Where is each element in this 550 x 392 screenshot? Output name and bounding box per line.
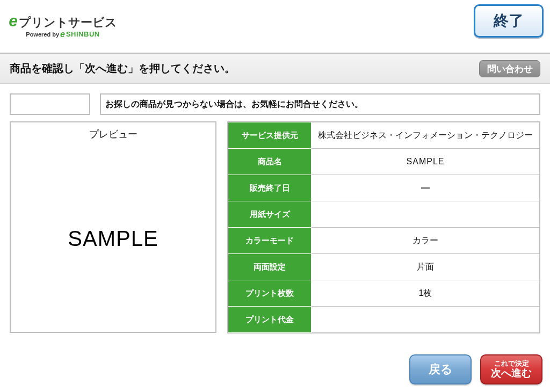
next-button-line1: これで決定	[494, 360, 529, 367]
category-box	[10, 93, 90, 115]
row-service-provider: サービス提供元 株式会社ビジネス・インフォメーション・テクノロジー	[228, 122, 540, 149]
logo-e-icon: e	[9, 12, 18, 30]
details-table: サービス提供元 株式会社ビジネス・インフォメーション・テクノロジー 商品名 SA…	[227, 121, 540, 333]
value-product-name: SAMPLE	[312, 149, 540, 175]
notice-box: お探しの商品が見つからない場合は、お気軽にお問合せください。	[100, 93, 540, 115]
row-print-count: プリント枚数 1枚	[228, 280, 540, 307]
content-area: お探しの商品が見つからない場合は、お気軽にお問合せください。 プレビュー SAM…	[0, 84, 550, 333]
value-print-count: 1枚	[312, 280, 540, 307]
logo-powered-by: Powered by	[26, 31, 59, 38]
value-color-mode: カラー	[312, 228, 540, 254]
preview-body: SAMPLE	[11, 145, 215, 332]
logo-e2-icon: e	[60, 30, 65, 39]
preview-panel: プレビュー SAMPLE	[10, 121, 216, 333]
label-print-count: プリント枚数	[228, 280, 312, 307]
logo-text: プリントサービス	[19, 14, 117, 31]
label-print-price: プリント代金	[228, 307, 312, 333]
instruction-bar: 商品を確認し「次へ進む」を押してください。 問い合わせ	[0, 54, 550, 84]
logo-shinbun: SHINBUN	[66, 30, 100, 38]
value-service-provider: 株式会社ビジネス・インフォメーション・テクノロジー	[312, 122, 540, 149]
value-paper-size	[312, 201, 540, 228]
row-product-name: 商品名 SAMPLE	[228, 149, 540, 175]
value-duplex: 片面	[312, 254, 540, 280]
logo-subtext: Powered by e SHINBUN	[26, 30, 99, 39]
value-print-price	[312, 307, 540, 333]
label-color-mode: カラーモード	[228, 228, 312, 254]
service-logo: e プリントサービス Powered by e SHINBUN	[5, 8, 120, 43]
row-sale-end-date: 販売終了日 ―	[228, 175, 540, 201]
instruction-text: 商品を確認し「次へ進む」を押してください。	[10, 61, 235, 76]
value-sale-end-date: ―	[312, 175, 540, 201]
bottom-button-bar: 戻る これで決定 次へ進む	[409, 354, 542, 384]
exit-button[interactable]: 終了	[474, 4, 544, 38]
label-product-name: 商品名	[228, 149, 312, 175]
label-paper-size: 用紙サイズ	[228, 201, 312, 228]
next-button[interactable]: これで決定 次へ進む	[480, 354, 542, 384]
back-button[interactable]: 戻る	[409, 354, 472, 384]
row-print-price: プリント代金	[228, 307, 540, 333]
header: e プリントサービス Powered by e SHINBUN 終了	[0, 0, 550, 54]
next-button-line2: 次へ進む	[491, 368, 532, 379]
preview-title: プレビュー	[11, 122, 215, 145]
label-sale-end-date: 販売終了日	[228, 175, 312, 201]
row-color-mode: カラーモード カラー	[228, 228, 540, 254]
row-paper-size: 用紙サイズ	[228, 201, 540, 228]
inquiry-button[interactable]: 問い合わせ	[479, 60, 540, 77]
label-duplex: 両面設定	[228, 254, 312, 280]
row-duplex: 両面設定 片面	[228, 254, 540, 280]
label-service-provider: サービス提供元	[228, 122, 312, 149]
preview-sample-text: SAMPLE	[68, 227, 158, 251]
